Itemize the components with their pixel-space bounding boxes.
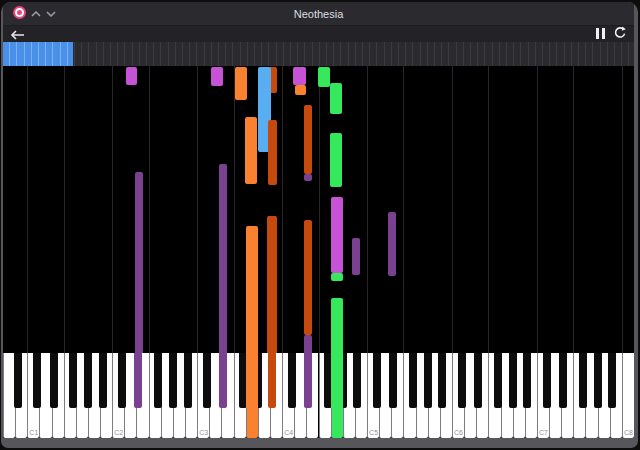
key-label-C3: C3 (198, 429, 209, 436)
piano-key-C#7[interactable] (543, 353, 551, 408)
piano-key-C#6[interactable] (458, 353, 466, 408)
falling-note-dark_orange (304, 220, 312, 335)
progress-fill (3, 42, 73, 66)
octave-guide-line (622, 66, 623, 353)
octave-guide-line (282, 66, 283, 353)
falling-note-magenta (331, 197, 343, 273)
neothesia-window: Neothesia C1C2C (1, 2, 638, 448)
piano-key-G#6[interactable] (509, 353, 517, 408)
falling-note-dark_orange (268, 120, 277, 185)
key-label-C7: C7 (538, 429, 549, 436)
piano-key-D#7[interactable] (559, 353, 567, 408)
falling-note-purple (304, 335, 312, 353)
falling-note-dark_orange (267, 216, 277, 353)
piano-key-A#2[interactable] (184, 353, 192, 408)
octave-guide-line (234, 66, 235, 353)
piano-key-G#5[interactable] (424, 353, 432, 408)
piano-key-C8[interactable]: C8 (622, 353, 634, 438)
back-button[interactable] (10, 27, 26, 41)
falling-note-green (330, 83, 342, 114)
pause-button[interactable] (596, 28, 606, 39)
piano-key-A#1[interactable] (99, 353, 107, 408)
window-title: Neothesia (3, 2, 634, 26)
piano-key-A#5[interactable] (438, 353, 446, 408)
octave-guide-line (149, 66, 150, 353)
falling-note-dark_orange (304, 105, 312, 174)
falling-note-magenta (126, 67, 137, 85)
pause-icon (596, 28, 599, 39)
falling-note-purple (352, 238, 360, 275)
falling-note-magenta (293, 67, 306, 85)
piano-key-A#4[interactable] (353, 353, 361, 408)
piano-key-D#3[interactable] (219, 353, 227, 408)
falling-note-orange (235, 67, 247, 100)
key-label-C2: C2 (113, 429, 124, 436)
octave-guide-line (403, 66, 404, 353)
piano-key-F#7[interactable] (579, 353, 587, 408)
key-label-C8: C8 (623, 429, 634, 436)
piano-key-F#1[interactable] (69, 353, 77, 408)
piano-key-G#2[interactable] (169, 353, 177, 408)
octave-guide-line (64, 66, 65, 353)
piano-key-G#7[interactable] (594, 353, 602, 408)
key-label-C1: C1 (28, 429, 39, 436)
piano-key-C#3[interactable] (203, 353, 211, 408)
piano-key-F#5[interactable] (409, 353, 417, 408)
window-content: Neothesia C1C2C (3, 2, 634, 438)
piano-key-A#6[interactable] (523, 353, 531, 408)
piano-key-D#4[interactable] (304, 353, 312, 408)
octave-guide-line (488, 66, 489, 353)
falling-note-purple (304, 174, 312, 181)
falling-note-green (318, 67, 330, 87)
piano-key-G#1[interactable] (84, 353, 92, 408)
back-arrow-icon (10, 29, 25, 41)
piano-key-A#0[interactable] (14, 353, 22, 408)
octave-guide-line (452, 66, 453, 353)
octave-guide-line (319, 66, 320, 353)
piano-key-D#5[interactable] (389, 353, 397, 408)
falling-note-green (331, 298, 343, 353)
falling-note-purple (135, 172, 143, 353)
octave-guide-line (27, 66, 28, 353)
note-fall-area (3, 66, 634, 353)
piano-key-D#2[interactable] (134, 353, 142, 408)
falling-note-orange (245, 117, 257, 184)
octave-guide-line (537, 66, 538, 353)
falling-note-magenta (211, 67, 223, 86)
pressed-key-highlight-G3 (246, 353, 258, 408)
falling-note-orange (246, 226, 258, 353)
loop-button[interactable] (613, 26, 627, 40)
octave-guide-line (367, 66, 368, 353)
toolbar (3, 26, 634, 42)
pressed-key-highlight-G4 (331, 353, 343, 408)
piano-key-F#2[interactable] (154, 353, 162, 408)
piano-key-D#1[interactable] (50, 353, 58, 408)
progress-bar[interactable] (3, 42, 634, 66)
piano-key-A#3[interactable] (268, 353, 276, 408)
piano-key-D#6[interactable] (474, 353, 482, 408)
loop-icon (613, 26, 627, 40)
piano-key-F#6[interactable] (494, 353, 502, 408)
falling-note-green (331, 273, 343, 281)
key-label-C4: C4 (283, 429, 294, 436)
key-label-C6: C6 (453, 429, 464, 436)
falling-note-purple (219, 164, 227, 353)
piano-keyboard: C1C2C3C4C5C6C7C8 (3, 353, 634, 438)
key-label-C5: C5 (368, 429, 379, 436)
piano-key-C#1[interactable] (33, 353, 41, 408)
piano-key-C#2[interactable] (118, 353, 126, 408)
octave-guide-line (573, 66, 574, 353)
falling-note-green (330, 133, 342, 187)
piano-key-C#5[interactable] (373, 353, 381, 408)
octave-guide-line (112, 66, 113, 353)
piano-key-C#4[interactable] (288, 353, 296, 408)
falling-note-orange (295, 85, 306, 95)
octave-guide-line (197, 66, 198, 353)
titlebar[interactable]: Neothesia (3, 2, 634, 26)
falling-note-purple (388, 212, 396, 276)
piano-key-A#7[interactable] (608, 353, 616, 408)
